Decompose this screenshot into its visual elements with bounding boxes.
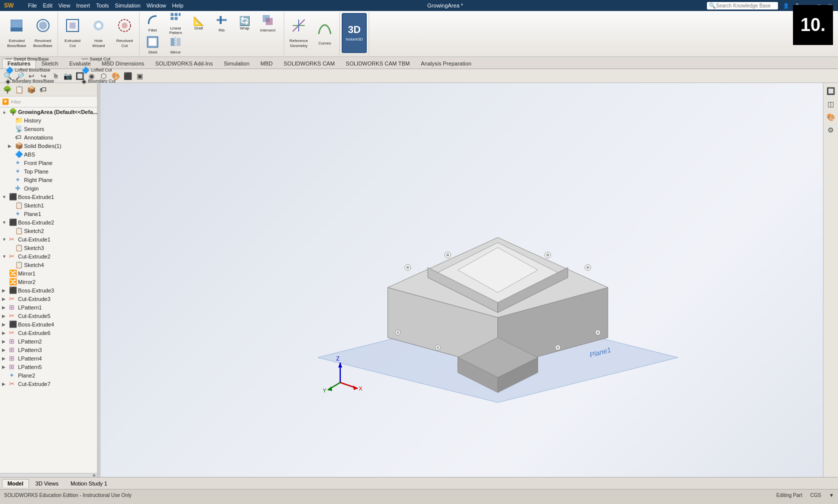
plane1-label: Plane1 — [24, 211, 41, 217]
boss-extrude1-item[interactable]: ▼ ⬛ Boss-Extrude1 — [0, 192, 97, 201]
lofted-cut-button[interactable]: 🔷 Lofted Cut — [80, 65, 117, 75]
lofted-boss-base-button[interactable]: 🔷 Lofted Boss/Base — [4, 65, 56, 75]
tab-mbd[interactable]: MBD — [255, 58, 278, 68]
right-panel-btn3[interactable]: 🎨 — [825, 111, 837, 123]
boss-extrude2-item[interactable]: ▼ ⬛ Boss-Extrude2 — [0, 218, 97, 226]
units-dropdown[interactable]: ▼ — [829, 492, 834, 498]
tab-motion-study-1[interactable]: Motion Study 1 — [65, 479, 113, 488]
fillet-button[interactable]: Fillet — [142, 13, 164, 34]
hole-wizard-button[interactable]: HoleWizard — [86, 13, 111, 53]
right-panel-btn2[interactable]: ◫ — [825, 98, 837, 110]
feature-tree-icon[interactable]: 🌳 — [2, 84, 12, 94]
swept-cut-button[interactable]: 〰 Swept Cut — [80, 54, 117, 64]
cut-extrude6-item[interactable]: ▶ ✂ Cut-Extrude6 — [0, 328, 97, 337]
svg-rect-18 — [220, 16, 222, 24]
instant3d-button[interactable]: 3D Instant3D — [342, 13, 367, 53]
appearance-button[interactable]: ▣ — [134, 70, 145, 82]
menu-window[interactable]: Window — [147, 2, 166, 8]
tree-root[interactable]: ▲ 🌳 GrowingArea (Default<<Defa... — [0, 108, 97, 116]
display-manager-icon[interactable]: 🏷 — [38, 84, 48, 94]
annotations-item[interactable]: 🏷 Annotations — [0, 133, 97, 142]
cut-extrude5-item[interactable]: ▶ ✂ Cut-Extrude5 — [0, 312, 97, 320]
lpattern3-item[interactable]: ▶ ⊞ LPattern3 — [0, 346, 97, 354]
tab-3d-views[interactable]: 3D Views — [30, 479, 64, 488]
swept-boss-base-button[interactable]: 〰 Swept Boss/Base — [4, 54, 56, 64]
mirror1-item[interactable]: 🔀 Mirror1 — [0, 269, 97, 278]
lpattern3-icon: ⊞ — [9, 346, 18, 354]
configuration-manager-icon[interactable]: 📦 — [26, 84, 36, 94]
tabs-row: Features Sketch Evaluate MBD Dimensions … — [0, 57, 838, 69]
plane1-item[interactable]: ✦ Plane1 — [0, 210, 97, 218]
sketch4-item[interactable]: 📋 Sketch4 — [0, 260, 97, 269]
mirror2-item[interactable]: 🔀 Mirror2 — [0, 278, 97, 286]
cut-extrude1-item[interactable]: ▼ ✂ Cut-Extrude1 — [0, 235, 97, 244]
property-manager-icon[interactable]: 📋 — [14, 84, 24, 94]
right-plane-item[interactable]: ✦ Right Plane — [0, 176, 97, 184]
tab-model[interactable]: Model — [2, 479, 29, 488]
boundary-boss-base-button[interactable]: ◈ Boundary Boss/Base — [4, 76, 56, 86]
menu-simulation[interactable]: Simulation — [115, 2, 141, 8]
subtoolbar: 🔍 🔎 ↩ ↪ 🖱 📷 🔲 ◉ ⬡ 🎨 ⬛ ▣ — [0, 69, 838, 83]
ref-geometry-group: ReferenceGeometry Curves — [284, 12, 340, 56]
boss-extrude4-item[interactable]: ▶ ⬛ Boss-Extrude4 — [0, 320, 97, 328]
sketch3-icon: 📋 — [15, 244, 24, 252]
top-plane-item[interactable]: ✦ Top Plane — [0, 167, 97, 176]
sketch1-item[interactable]: 📋 Sketch1 — [0, 201, 97, 210]
lpattern3-label: LPattern3 — [18, 347, 42, 353]
tab-analysis-preparation[interactable]: Analysis Preparation — [415, 58, 477, 68]
curves-button[interactable]: Curves — [312, 13, 337, 53]
tab-addins[interactable]: SOLIDWORKS Add-Ins — [150, 58, 218, 68]
search-box[interactable]: 🔍 — [707, 2, 778, 10]
solid-bodies-item[interactable]: ▶ 📦 Solid Bodies(1) — [0, 142, 97, 150]
camera-button[interactable]: 📷 — [62, 70, 73, 82]
sketch3-item[interactable]: 📋 Sketch3 — [0, 244, 97, 252]
svg-rect-3 — [11, 28, 23, 32]
intersect-button[interactable]: Intersect — [257, 13, 279, 34]
menu-edit[interactable]: Edit — [43, 2, 53, 8]
sketch2-icon: 📋 — [15, 227, 24, 234]
shell-label: Shell — [148, 50, 157, 55]
rib-button[interactable]: Rib — [211, 13, 233, 34]
extruded-boss-base-button[interactable]: ExtrudedBoss/Base — [4, 13, 29, 53]
sketch2-item[interactable]: 📋 Sketch2 — [0, 226, 97, 235]
tab-solidworks-cam-tbm[interactable]: SOLIDWORKS CAM TBM — [340, 58, 415, 68]
right-panel-btn4[interactable]: ⚙ — [825, 124, 837, 136]
search-input[interactable] — [716, 3, 776, 8]
right-panel-btn1[interactable]: 🔲 — [825, 85, 837, 97]
shell-button[interactable]: Shell — [142, 35, 164, 56]
revolved-cut-button[interactable]: RevolvedCut — [112, 13, 137, 53]
menu-bar[interactable]: File Edit View Insert Tools Simulation W… — [28, 2, 184, 8]
sensors-item[interactable]: 📡 Sensors — [0, 124, 97, 133]
lpattern2-item[interactable]: ▶ ⊞ LPattern2 — [0, 337, 97, 346]
viewport[interactable]: Plane1 Z X Y — [101, 83, 823, 477]
front-plane-item[interactable]: ✦ Front Plane — [0, 158, 97, 167]
menu-help[interactable]: Help — [172, 2, 184, 8]
menu-insert[interactable]: Insert — [76, 2, 90, 8]
reference-geometry-button[interactable]: ReferenceGeometry — [286, 13, 311, 53]
lpattern5-item[interactable]: ▶ ⊞ LPattern5 — [0, 362, 97, 371]
cut-extrude3-item[interactable]: ▶ ✂ Cut-Extrude3 — [0, 294, 97, 303]
menu-tools[interactable]: Tools — [96, 2, 109, 8]
wrap-button[interactable]: 🔄 Wrap — [234, 13, 256, 34]
extruded-cut-button[interactable]: ExtrudedCut — [60, 13, 85, 53]
linear-pattern-button[interactable]: LinearPattern — [165, 13, 187, 34]
plane2-item[interactable]: ✦ Plane2 — [0, 371, 97, 380]
draft-button[interactable]: 📐 Draft — [188, 13, 210, 34]
origin-item[interactable]: ✚ Origin — [0, 184, 97, 192]
revolved-boss-base-button[interactable]: RevolvedBoss/Base — [31, 13, 56, 53]
user-icon[interactable]: 👤 — [782, 2, 790, 9]
cut-extrude2-item[interactable]: ▼ ✂ Cut-Extrude2 — [0, 252, 97, 260]
menu-file[interactable]: File — [28, 2, 37, 8]
abs-item[interactable]: 🔷 ABS — [0, 150, 97, 158]
bottom-tabs: Model 3D Views Motion Study 1 — [0, 477, 838, 489]
hide-show-button[interactable]: ⬛ — [122, 70, 133, 82]
lpattern4-item[interactable]: ▶ ⊞ LPattern4 — [0, 354, 97, 362]
menu-view[interactable]: View — [59, 2, 71, 8]
history-item[interactable]: 📁 History — [0, 116, 97, 124]
boss-extrude3-item[interactable]: ▶ ⬛ Boss-Extrude3 — [0, 286, 97, 294]
tab-simulation[interactable]: Simulation — [218, 58, 255, 68]
cut-extrude7-item[interactable]: ▶ ✂ Cut-Extrude7 — [0, 380, 97, 388]
tab-solidworks-cam[interactable]: SOLIDWORKS CAM — [278, 58, 340, 68]
lpattern1-item[interactable]: ▶ ⊞ LPattern1 — [0, 303, 97, 312]
mirror-button[interactable]: Mirror — [165, 35, 187, 56]
